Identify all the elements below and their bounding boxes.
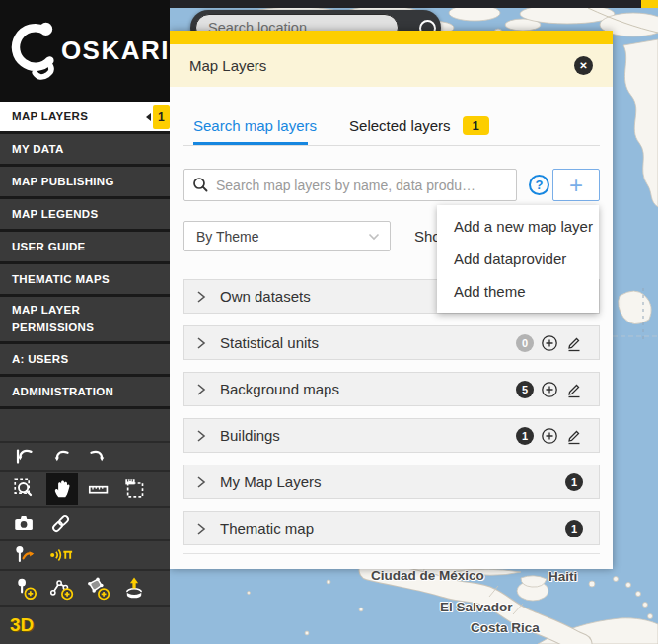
tab-search-map-layers[interactable]: Search map layers <box>193 117 317 134</box>
measure-line-icon <box>87 476 112 502</box>
tool-add-marker-button[interactable] <box>10 540 39 570</box>
top-strip-accent <box>641 0 658 8</box>
layer-group-name: My Map Layers <box>220 473 322 490</box>
oskari-app: Ciudad de México Haiti El Salvador Costa… <box>0 0 658 644</box>
layer-count-badge: 1 <box>516 427 534 445</box>
tool-3d-button[interactable]: 3D <box>10 614 34 636</box>
sidebar-item-my-data[interactable]: MY DATA <box>0 134 170 167</box>
search-icon <box>192 177 209 193</box>
otter-logo-icon <box>7 19 57 84</box>
sidebar-item-map-layer-permissions[interactable]: MAP LAYER PERMISSIONS <box>0 297 170 344</box>
edit-group-icon[interactable] <box>565 381 583 398</box>
tab-selected-layers[interactable]: Selected layers <box>349 117 451 134</box>
tool-feedback-button[interactable] <box>46 540 76 570</box>
add-point-icon <box>12 575 38 602</box>
sidebar-item-user-guide[interactable]: USER GUIDE <box>0 232 170 264</box>
sidebar-item-map-publishing[interactable]: MAP PUBLISHING <box>0 167 170 199</box>
tool-add-line-button[interactable] <box>46 573 76 603</box>
layer-count-badge: 0 <box>516 334 534 352</box>
chevron-right-icon <box>196 429 206 443</box>
tool-measure-line-button[interactable] <box>85 474 114 504</box>
import-dataset-icon <box>121 575 148 602</box>
panel-header: Map Layers ✕ <box>170 44 613 87</box>
camera-icon <box>12 511 37 537</box>
layer-group-name: Own datasets <box>220 288 311 305</box>
tool-measure-area-button[interactable] <box>121 474 151 504</box>
feedback-signal-icon <box>47 542 75 568</box>
chevron-right-icon <box>196 522 206 536</box>
sidebar-item-label: MAP LAYER PERMISSIONS <box>12 302 110 336</box>
toolbar-navigation-group <box>0 470 170 506</box>
layer-group-name: Statistical units <box>220 334 319 351</box>
layer-group-background-maps[interactable]: Background maps 5 <box>183 372 600 406</box>
add-layer-to-group-icon[interactable] <box>541 381 558 398</box>
layer-group-name: Background maps <box>220 381 339 397</box>
map-label-haiti: Haiti <box>548 569 577 584</box>
tool-undo-button[interactable] <box>46 442 76 471</box>
edit-group-icon[interactable] <box>565 427 583 445</box>
tool-pan-button[interactable] <box>46 473 78 505</box>
history-reset-icon <box>12 444 37 469</box>
add-line-icon <box>48 575 75 602</box>
redo-icon <box>85 444 110 469</box>
menu-item-add-theme[interactable]: Add theme <box>437 275 599 308</box>
close-icon[interactable]: ✕ <box>574 56 593 75</box>
sidebar-spacer <box>0 409 170 441</box>
sidebar-item-thematic-maps[interactable]: THEMATIC MAPS <box>0 264 170 297</box>
layer-count-badge: 5 <box>516 381 534 398</box>
tool-zoom-area-button[interactable] <box>10 474 39 504</box>
sidebar-item-label: MAP PUBLISHING <box>12 176 114 187</box>
list-bottom-edge <box>183 553 600 554</box>
add-area-icon <box>85 575 111 602</box>
layer-search-input[interactable] <box>183 169 517 201</box>
app-logo-text: OSKARI <box>61 36 170 66</box>
add-menu-popup: Add a new map layer Add dataprovider Add… <box>437 205 599 313</box>
grouping-select-value: By Theme <box>196 229 259 245</box>
sidebar-item-label: A: USERS <box>12 353 68 365</box>
sidebar-item-label: ADMINISTRATION <box>12 386 113 397</box>
grouping-select[interactable]: By Theme <box>183 221 391 251</box>
selected-count-badge: 1 <box>153 105 170 129</box>
help-icon[interactable]: ? <box>529 175 549 195</box>
tool-import-dataset-button[interactable] <box>119 573 149 603</box>
sidebar-item-a-users[interactable]: A: USERS <box>0 344 170 377</box>
layer-group-my-map-layers[interactable]: My Map Layers 1 <box>183 465 600 499</box>
sidebar-item-administration[interactable]: ADMINISTRATION <box>0 377 170 409</box>
sidebar-item-map-layers[interactable]: MAP LAYERS 1 <box>0 102 170 134</box>
pan-hand-icon <box>49 476 75 502</box>
chevron-right-icon <box>196 290 206 304</box>
tool-add-point-button[interactable] <box>10 573 39 603</box>
map-layers-panel: Map Layers ✕ Search map layers Selected … <box>170 31 613 569</box>
sidebar-item-map-legends[interactable]: MAP LEGENDS <box>0 199 170 232</box>
panel-accent-bar <box>170 31 613 44</box>
panel-tabs: Search map layers Selected layers 1 <box>193 116 489 135</box>
top-strip <box>170 0 641 8</box>
layer-group-buildings[interactable]: Buildings 1 <box>183 418 600 453</box>
toolbar-history-group <box>0 441 170 470</box>
layer-count-badge: 1 <box>565 520 583 537</box>
toolbar-marker-group <box>0 539 170 569</box>
tool-add-area-button[interactable] <box>83 573 112 603</box>
sidebar-item-label: MAP LAYERS <box>12 110 88 122</box>
add-layer-to-group-icon[interactable] <box>541 334 558 352</box>
layer-search <box>183 169 517 201</box>
panel-title: Map Layers <box>189 57 266 74</box>
map-label-costa-rica: Costa Rica <box>471 620 540 635</box>
link-icon <box>48 511 74 537</box>
edit-group-icon[interactable] <box>565 334 583 352</box>
tool-history-reset-button[interactable] <box>10 442 39 471</box>
layer-group-thematic-map[interactable]: Thematic map 1 <box>183 511 600 545</box>
layer-group-statistical-units[interactable]: Statistical units 0 <box>183 325 600 360</box>
menu-item-add-map-layer[interactable]: Add a new map layer <box>437 210 599 243</box>
menu-item-add-dataprovider[interactable]: Add dataprovider <box>437 243 599 275</box>
sidebar-item-label: MY DATA <box>12 143 64 155</box>
tool-link-button[interactable] <box>46 509 76 538</box>
tool-redo-button[interactable] <box>83 442 112 471</box>
add-button[interactable]: + <box>552 169 600 201</box>
map-label-ciudad-de-mexico: Ciudad de México <box>371 568 484 583</box>
tool-screenshot-button[interactable] <box>10 509 39 538</box>
caret-left-icon <box>146 113 151 121</box>
sidebar-item-label: USER GUIDE <box>12 241 86 252</box>
add-layer-to-group-icon[interactable] <box>541 427 558 445</box>
chevron-right-icon <box>196 336 206 350</box>
